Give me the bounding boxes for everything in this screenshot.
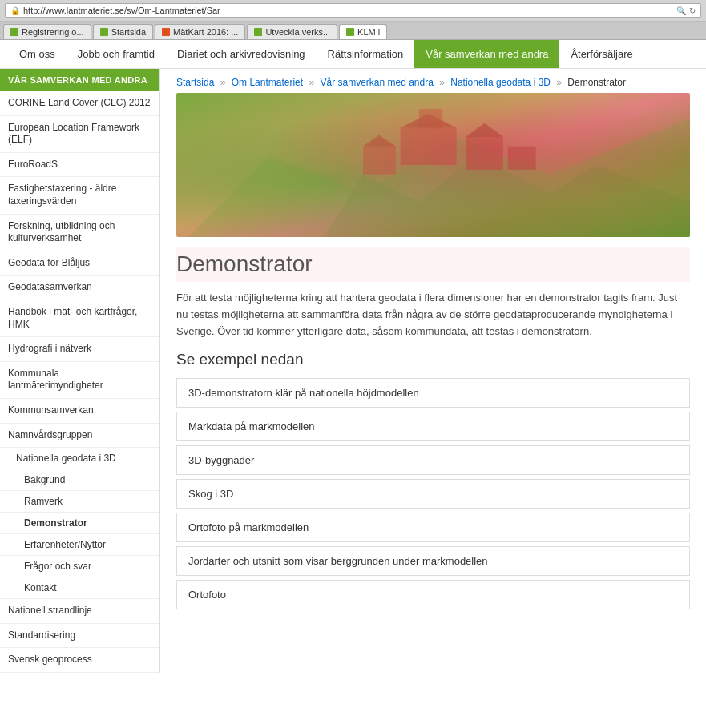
- svg-marker-9: [363, 135, 396, 147]
- example-item-6[interactable]: Ortofoto: [176, 580, 690, 609]
- example-list: 3D-demonstratorn klär på nationella höjd…: [176, 378, 690, 609]
- svg-marker-8: [466, 123, 503, 137]
- sidebar-item-ramverk[interactable]: Ramverk: [0, 491, 159, 513]
- sidebar-item-forskning[interactable]: Forskning, utbildning och kulturverksamh…: [0, 215, 159, 251]
- section-heading: Se exempel nedan: [176, 351, 690, 368]
- example-item-4[interactable]: Ortofoto på markmodellen: [176, 513, 690, 542]
- sidebar-item-fastighetstaxering[interactable]: Fastighetstaxering - äldre taxeringsvärd…: [0, 177, 159, 214]
- tab-klm[interactable]: KLM i: [339, 24, 387, 39]
- svg-rect-3: [466, 137, 503, 170]
- breadcrumb-sep-2: »: [309, 77, 317, 88]
- breadcrumb-nationella[interactable]: Nationella geodata i 3D: [450, 77, 551, 88]
- breadcrumb-sep-3: »: [439, 77, 447, 88]
- tab-label: KLM i: [357, 27, 380, 37]
- example-item-0[interactable]: 3D-demonstratorn klär på nationella höjd…: [176, 378, 690, 408]
- svg-rect-4: [363, 147, 396, 175]
- refresh-icon[interactable]: ↻: [689, 6, 696, 15]
- nav-diariet[interactable]: Diariet och arkivredovisning: [166, 40, 317, 68]
- sidebar-item-handbok[interactable]: Handbok i mät- och kartfrågor, HMK: [0, 300, 159, 337]
- breadcrumb-current: Demonstrator: [567, 77, 626, 88]
- page-layout: VÅR SAMVERKAN MED ANDRA CORINE Land Cove…: [0, 69, 706, 673]
- breadcrumb-sep-1: »: [220, 77, 228, 88]
- browser-bar: 🔒 http://www.lantmateriet.se/sv/Om-Lantm…: [0, 0, 706, 22]
- sidebar-header: VÅR SAMVERKAN MED ANDRA: [0, 69, 159, 91]
- main-content: Startsida » Om Lantmateriet » Vår samver…: [160, 69, 706, 673]
- sidebar-item-geoprocess[interactable]: Svensk geoprocess: [0, 648, 159, 673]
- sidebar-item-standardisering[interactable]: Standardisering: [0, 624, 159, 649]
- sidebar-item-fragor[interactable]: Frågor och svar: [0, 556, 159, 577]
- tab-startsida[interactable]: Startsida: [93, 24, 153, 39]
- sidebar-item-namnvard[interactable]: Namnvårdsgruppen: [0, 424, 159, 448]
- sidebar-item-elf[interactable]: European Location Framework (ELF): [0, 116, 159, 153]
- tab-favicon: [254, 28, 262, 36]
- example-item-5[interactable]: Jordarter och utsnitt som visar berggrun…: [176, 546, 690, 576]
- breadcrumb-startsida[interactable]: Startsida: [176, 77, 214, 88]
- page-description: För att testa möjligheterna kring att ha…: [176, 290, 690, 340]
- lock-icon: 🔒: [10, 6, 20, 15]
- address-bar[interactable]: 🔒 http://www.lantmateriet.se/sv/Om-Lantm…: [5, 3, 701, 18]
- address-text: http://www.lantmateriet.se/sv/Om-Lantmat…: [23, 6, 673, 15]
- tab-registrering[interactable]: Registrering o...: [3, 24, 91, 39]
- top-nav: Om oss Jobb och framtid Diariet och arki…: [0, 40, 706, 69]
- sidebar-item-geodata-bla[interactable]: Geodata för Blåljus: [0, 251, 159, 276]
- tab-label: Startsida: [111, 27, 146, 37]
- sidebar-item-geodatasamverkan[interactable]: Geodatasamverkan: [0, 276, 159, 300]
- breadcrumb-sep-4: »: [556, 77, 564, 88]
- tab-favicon: [10, 28, 18, 36]
- sidebar-item-nationella[interactable]: Nationella geodata i 3D: [0, 448, 159, 469]
- nav-rattsinformation[interactable]: Rättsinformation: [317, 40, 415, 68]
- breadcrumb: Startsida » Om Lantmateriet » Vår samver…: [176, 77, 690, 88]
- tab-matkart[interactable]: MätKart 2016: ...: [155, 24, 245, 39]
- example-item-3[interactable]: Skog i 3D: [176, 479, 690, 509]
- nav-aterfor[interactable]: Återförsäljare: [559, 40, 643, 68]
- page-title: Demonstrator: [176, 247, 690, 282]
- svg-rect-5: [508, 147, 536, 170]
- breadcrumb-samverkan[interactable]: Vår samverkan med andra: [320, 77, 433, 88]
- svg-rect-2: [401, 127, 457, 165]
- sidebar-item-kommunala[interactable]: Kommunala lantmäterimyndigheter: [0, 362, 159, 399]
- sidebar: VÅR SAMVERKAN MED ANDRA CORINE Land Cove…: [0, 69, 160, 673]
- breadcrumb-om[interactable]: Om Lantmateriet: [232, 77, 303, 88]
- nav-jobb[interactable]: Jobb och framtid: [67, 40, 166, 68]
- tab-utveckla[interactable]: Utveckla verks...: [247, 24, 337, 39]
- nav-samverkan[interactable]: Vår samverkan med andra: [414, 40, 559, 68]
- hero-svg-overlay: [176, 93, 690, 237]
- tab-label: Registrering o...: [22, 27, 84, 37]
- sidebar-item-demonstrator[interactable]: Demonstrator: [0, 513, 159, 534]
- sidebar-item-euroroads[interactable]: EuroRoadS: [0, 153, 159, 178]
- search-icon: 🔍: [676, 6, 686, 15]
- sidebar-item-kommunsamverkan[interactable]: Kommunsamverkan: [0, 399, 159, 424]
- hero-image: [176, 93, 690, 237]
- sidebar-item-bakgrund[interactable]: Bakgrund: [0, 469, 159, 491]
- tab-favicon: [346, 28, 354, 36]
- sidebar-item-hydrografi[interactable]: Hydrografi i nätverk: [0, 337, 159, 362]
- sidebar-item-corine[interactable]: CORINE Land Cover (CLC) 2012: [0, 91, 159, 116]
- tab-label: Utveckla verks...: [265, 27, 330, 37]
- tab-favicon: [162, 28, 170, 36]
- example-item-2[interactable]: 3D-byggnader: [176, 445, 690, 475]
- sidebar-item-kontakt[interactable]: Kontakt: [0, 577, 159, 599]
- nav-om-oss[interactable]: Om oss: [8, 40, 67, 68]
- sidebar-item-strandlinje[interactable]: Nationell strandlinje: [0, 599, 159, 624]
- tab-label: MätKart 2016: ...: [173, 27, 238, 37]
- tab-favicon: [100, 28, 108, 36]
- example-item-1[interactable]: Markdata på markmodellen: [176, 412, 690, 441]
- browser-tabs: Registrering o... Startsida MätKart 2016…: [0, 22, 706, 40]
- sidebar-item-erfarenheter[interactable]: Erfarenheter/Nyttor: [0, 534, 159, 556]
- svg-marker-7: [401, 114, 457, 127]
